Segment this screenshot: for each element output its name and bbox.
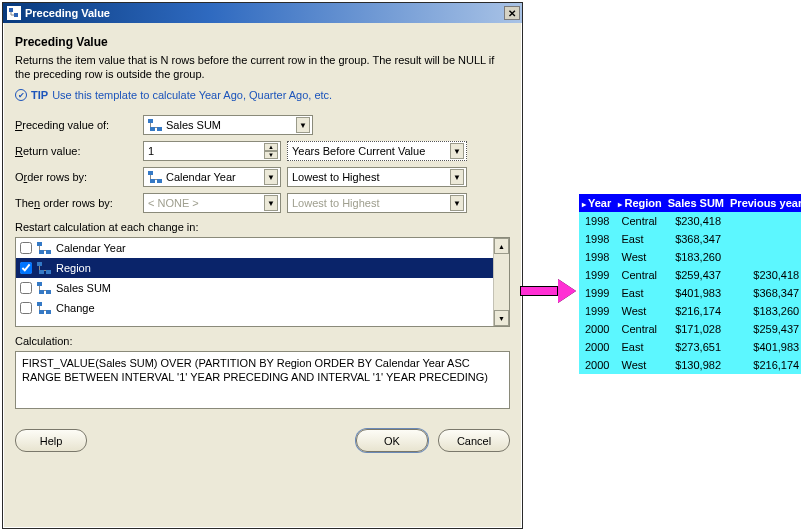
table-cell: $183,260 [665, 248, 727, 266]
scroll-down-icon[interactable]: ▼ [494, 310, 509, 326]
restart-item-checkbox[interactable] [20, 302, 32, 314]
table-cell: East [615, 230, 664, 248]
return-unit-value: Years Before Current Value [292, 145, 425, 157]
table-row: 1998East$368,347 [579, 230, 801, 248]
table-cell: $183,260 [727, 302, 801, 320]
restart-item-checkbox[interactable] [20, 242, 32, 254]
table-cell: Central [615, 212, 664, 230]
table-cell: $216,174 [665, 302, 727, 320]
table-cell [727, 248, 801, 266]
calculation-box[interactable]: FIRST_VALUE(Sales SUM) OVER (PARTITION B… [15, 351, 510, 409]
svg-rect-1 [14, 13, 18, 17]
restart-listbox[interactable]: Calendar YearRegionSales SUMChange ▲ ▼ [15, 237, 510, 327]
preceding-value-dialog: Preceding Value ✕ Preceding Value Return… [2, 2, 523, 529]
label-then-order: Then order rows by: [15, 197, 143, 209]
tip-check-icon: ✔ [15, 89, 27, 101]
ok-button[interactable]: OK [356, 429, 428, 452]
table-cell: $230,418 [665, 212, 727, 230]
table-cell: $230,418 [727, 266, 801, 284]
order-dir1-combo[interactable]: Lowest to Highest ▼ [287, 167, 467, 187]
restart-item[interactable]: Change [16, 298, 509, 318]
table-row: 1999Central$259,437$230,418 [579, 266, 801, 284]
hierarchy-icon [37, 282, 51, 294]
table-header[interactable]: Previous year [727, 194, 801, 212]
chevron-down-icon[interactable]: ▼ [264, 195, 278, 211]
tip-line: ✔ TIP Use this template to calculate Yea… [15, 89, 510, 101]
label-restart: Restart calculation at each change in: [15, 221, 510, 233]
table-cell: $368,347 [727, 284, 801, 302]
help-button[interactable]: Help [15, 429, 87, 452]
table-cell: West [615, 356, 664, 374]
table-cell: 2000 [579, 320, 615, 338]
chevron-down-icon[interactable]: ▼ [296, 117, 310, 133]
table-row: 2000Central$171,028$259,437 [579, 320, 801, 338]
table-cell: West [615, 248, 664, 266]
order-dir2-combo[interactable]: Lowest to Highest ▼ [287, 193, 467, 213]
spinner-down-icon[interactable]: ▼ [264, 151, 278, 159]
table-cell: East [615, 338, 664, 356]
restart-item[interactable]: Calendar Year [16, 238, 509, 258]
dialog-description: Returns the item value that is N rows be… [15, 53, 510, 81]
return-unit-combo[interactable]: Years Before Current Value ▼ [287, 141, 467, 161]
table-cell: 1999 [579, 284, 615, 302]
table-row: 2000West$130,982$216,174 [579, 356, 801, 374]
table-cell: Central [615, 320, 664, 338]
label-preceding-of: Preceding value of: [15, 119, 143, 131]
order-rows-value: Calendar Year [166, 171, 236, 183]
cancel-button[interactable]: Cancel [438, 429, 510, 452]
table-row: 2000East$273,651$401,983 [579, 338, 801, 356]
hierarchy-icon [148, 119, 162, 131]
chevron-down-icon[interactable]: ▼ [450, 169, 464, 185]
table-cell: East [615, 284, 664, 302]
return-value-number: 1 [148, 145, 154, 157]
table-header[interactable]: ▸Year [579, 194, 615, 212]
chevron-down-icon[interactable]: ▼ [264, 169, 278, 185]
table-cell: $216,174 [727, 356, 801, 374]
table-cell: $273,651 [665, 338, 727, 356]
restart-item-checkbox[interactable] [20, 282, 32, 294]
restart-item[interactable]: Sales SUM [16, 278, 509, 298]
scrollbar[interactable]: ▲ ▼ [493, 238, 509, 326]
table-row: 1999East$401,983$368,347 [579, 284, 801, 302]
label-return-value: Return value: [15, 145, 143, 157]
table-row: 1999West$216,174$183,260 [579, 302, 801, 320]
scroll-up-icon[interactable]: ▲ [494, 238, 509, 254]
table-cell [727, 212, 801, 230]
app-icon [7, 6, 21, 20]
order-rows-combo[interactable]: Calendar Year ▼ [143, 167, 281, 187]
return-value-spinner[interactable]: 1 ▲ ▼ [143, 141, 281, 161]
restart-item-checkbox[interactable] [20, 262, 32, 274]
hierarchy-icon [148, 171, 162, 183]
table-cell: 1998 [579, 248, 615, 266]
chevron-down-icon[interactable]: ▼ [450, 195, 464, 211]
table-cell: Central [615, 266, 664, 284]
restart-item-label: Region [56, 262, 91, 274]
table-cell: $171,028 [665, 320, 727, 338]
sort-icon: ▸ [582, 200, 586, 209]
table-cell: 1999 [579, 302, 615, 320]
restart-item-label: Sales SUM [56, 282, 111, 294]
preceding-of-combo[interactable]: Sales SUM ▼ [143, 115, 313, 135]
restart-item[interactable]: Region [16, 258, 509, 278]
table-cell: $368,347 [665, 230, 727, 248]
table-cell [727, 230, 801, 248]
table-cell: $401,983 [665, 284, 727, 302]
table-cell: $130,982 [665, 356, 727, 374]
spinner-up-icon[interactable]: ▲ [264, 143, 278, 151]
close-button[interactable]: ✕ [504, 6, 520, 20]
table-cell: $259,437 [727, 320, 801, 338]
then-order-combo[interactable]: < NONE > ▼ [143, 193, 281, 213]
order-dir2-value: Lowest to Highest [292, 197, 379, 209]
chevron-down-icon[interactable]: ▼ [450, 143, 464, 159]
table-cell: $401,983 [727, 338, 801, 356]
table-cell: 2000 [579, 338, 615, 356]
titlebar[interactable]: Preceding Value ✕ [3, 3, 522, 23]
pointer-arrow-icon [520, 279, 580, 303]
table-header[interactable]: ▸Region [615, 194, 664, 212]
svg-rect-0 [9, 8, 13, 12]
preceding-of-value: Sales SUM [166, 119, 221, 131]
table-header[interactable]: Sales SUM [665, 194, 727, 212]
table-cell: $259,437 [665, 266, 727, 284]
tip-label: TIP [31, 89, 48, 101]
order-dir1-value: Lowest to Highest [292, 171, 379, 183]
